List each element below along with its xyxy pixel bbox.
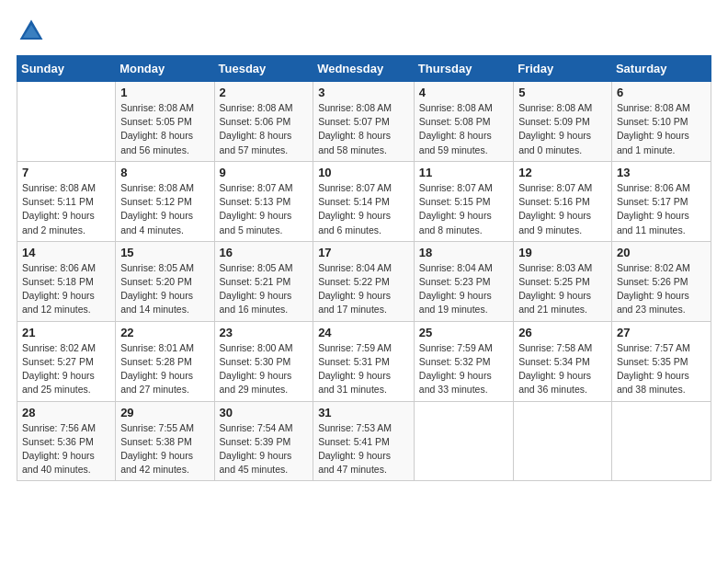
calendar-cell: 15Sunrise: 8:05 AM Sunset: 5:20 PM Dayli…	[116, 241, 214, 321]
weekday-header-thursday: Thursday	[414, 56, 513, 82]
calendar-cell: 24Sunrise: 7:59 AM Sunset: 5:31 PM Dayli…	[313, 321, 415, 401]
calendar-week-5: 28Sunrise: 7:56 AM Sunset: 5:36 PM Dayli…	[17, 401, 711, 481]
calendar-cell: 7Sunrise: 8:08 AM Sunset: 5:11 PM Daylig…	[17, 161, 116, 241]
day-number: 19	[518, 246, 607, 259]
calendar-cell	[514, 401, 612, 481]
header	[17, 17, 711, 46]
day-info: Sunrise: 8:06 AM Sunset: 5:17 PM Dayligh…	[617, 181, 706, 237]
day-number: 15	[120, 246, 209, 259]
weekday-header-saturday: Saturday	[611, 56, 711, 82]
day-number: 1	[120, 86, 209, 99]
day-number: 17	[318, 246, 409, 259]
calendar-cell: 9Sunrise: 8:07 AM Sunset: 5:13 PM Daylig…	[214, 161, 313, 241]
calendar-cell: 26Sunrise: 7:58 AM Sunset: 5:34 PM Dayli…	[514, 321, 612, 401]
day-info: Sunrise: 7:55 AM Sunset: 5:38 PM Dayligh…	[120, 421, 209, 477]
calendar-cell: 11Sunrise: 8:07 AM Sunset: 5:15 PM Dayli…	[414, 161, 513, 241]
day-info: Sunrise: 8:02 AM Sunset: 5:26 PM Dayligh…	[617, 261, 706, 317]
calendar-cell: 14Sunrise: 8:06 AM Sunset: 5:18 PM Dayli…	[17, 241, 116, 321]
day-info: Sunrise: 7:57 AM Sunset: 5:35 PM Dayligh…	[617, 341, 706, 397]
logo-icon	[17, 17, 46, 46]
calendar-cell: 18Sunrise: 8:04 AM Sunset: 5:23 PM Dayli…	[414, 241, 513, 321]
calendar-cell: 13Sunrise: 8:06 AM Sunset: 5:17 PM Dayli…	[611, 161, 711, 241]
calendar-cell: 23Sunrise: 8:00 AM Sunset: 5:30 PM Dayli…	[214, 321, 313, 401]
day-number: 8	[120, 166, 209, 179]
day-number: 2	[220, 86, 309, 99]
calendar-cell: 12Sunrise: 8:07 AM Sunset: 5:16 PM Dayli…	[514, 161, 612, 241]
calendar-body: 1Sunrise: 8:08 AM Sunset: 5:05 PM Daylig…	[17, 82, 711, 481]
calendar-cell: 4Sunrise: 8:08 AM Sunset: 5:08 PM Daylig…	[414, 82, 513, 162]
calendar-cell: 6Sunrise: 8:08 AM Sunset: 5:10 PM Daylig…	[611, 82, 711, 162]
day-number: 27	[617, 326, 706, 339]
day-info: Sunrise: 8:05 AM Sunset: 5:21 PM Dayligh…	[220, 261, 309, 317]
day-number: 18	[419, 246, 508, 259]
day-number: 12	[518, 166, 607, 179]
day-info: Sunrise: 7:59 AM Sunset: 5:31 PM Dayligh…	[318, 341, 409, 397]
day-number: 11	[419, 166, 508, 179]
calendar-cell: 19Sunrise: 8:03 AM Sunset: 5:25 PM Dayli…	[514, 241, 612, 321]
day-info: Sunrise: 8:08 AM Sunset: 5:05 PM Dayligh…	[120, 101, 209, 157]
calendar-cell: 5Sunrise: 8:08 AM Sunset: 5:09 PM Daylig…	[514, 82, 612, 162]
day-number: 29	[120, 406, 209, 419]
day-info: Sunrise: 7:54 AM Sunset: 5:39 PM Dayligh…	[220, 421, 309, 477]
calendar-week-2: 7Sunrise: 8:08 AM Sunset: 5:11 PM Daylig…	[17, 161, 711, 241]
calendar-cell: 28Sunrise: 7:56 AM Sunset: 5:36 PM Dayli…	[17, 401, 116, 481]
calendar-cell: 3Sunrise: 8:08 AM Sunset: 5:07 PM Daylig…	[313, 82, 415, 162]
day-info: Sunrise: 8:02 AM Sunset: 5:27 PM Dayligh…	[22, 341, 110, 397]
calendar-cell: 16Sunrise: 8:05 AM Sunset: 5:21 PM Dayli…	[214, 241, 313, 321]
calendar-cell: 22Sunrise: 8:01 AM Sunset: 5:28 PM Dayli…	[116, 321, 214, 401]
day-info: Sunrise: 8:07 AM Sunset: 5:15 PM Dayligh…	[419, 181, 508, 237]
logo	[17, 17, 50, 46]
day-info: Sunrise: 8:00 AM Sunset: 5:30 PM Dayligh…	[220, 341, 309, 397]
calendar-cell: 25Sunrise: 7:59 AM Sunset: 5:32 PM Dayli…	[414, 321, 513, 401]
day-info: Sunrise: 8:08 AM Sunset: 5:09 PM Dayligh…	[518, 101, 607, 157]
day-info: Sunrise: 7:56 AM Sunset: 5:36 PM Dayligh…	[22, 421, 110, 477]
day-number: 9	[220, 166, 309, 179]
day-number: 14	[22, 246, 110, 259]
calendar-cell: 17Sunrise: 8:04 AM Sunset: 5:22 PM Dayli…	[313, 241, 415, 321]
day-number: 7	[22, 166, 110, 179]
calendar-cell: 10Sunrise: 8:07 AM Sunset: 5:14 PM Dayli…	[313, 161, 415, 241]
day-info: Sunrise: 8:07 AM Sunset: 5:13 PM Dayligh…	[220, 181, 309, 237]
weekday-header-sunday: Sunday	[17, 56, 116, 82]
calendar-cell: 21Sunrise: 8:02 AM Sunset: 5:27 PM Dayli…	[17, 321, 116, 401]
day-number: 23	[220, 326, 309, 339]
calendar-week-4: 21Sunrise: 8:02 AM Sunset: 5:27 PM Dayli…	[17, 321, 711, 401]
day-info: Sunrise: 8:03 AM Sunset: 5:25 PM Dayligh…	[518, 261, 607, 317]
day-info: Sunrise: 8:08 AM Sunset: 5:08 PM Dayligh…	[419, 101, 508, 157]
day-info: Sunrise: 8:08 AM Sunset: 5:10 PM Dayligh…	[617, 101, 706, 157]
day-info: Sunrise: 7:59 AM Sunset: 5:32 PM Dayligh…	[419, 341, 508, 397]
day-info: Sunrise: 8:08 AM Sunset: 5:12 PM Dayligh…	[120, 181, 209, 237]
page: SundayMondayTuesdayWednesdayThursdayFrid…	[0, 0, 728, 563]
day-number: 26	[518, 326, 607, 339]
day-number: 16	[220, 246, 309, 259]
day-number: 31	[318, 406, 409, 419]
calendar-cell	[611, 401, 711, 481]
day-info: Sunrise: 8:04 AM Sunset: 5:22 PM Dayligh…	[318, 261, 409, 317]
calendar-cell: 31Sunrise: 7:53 AM Sunset: 5:41 PM Dayli…	[313, 401, 415, 481]
day-number: 13	[617, 166, 706, 179]
calendar-cell: 1Sunrise: 8:08 AM Sunset: 5:05 PM Daylig…	[116, 82, 214, 162]
day-info: Sunrise: 8:08 AM Sunset: 5:06 PM Dayligh…	[220, 101, 309, 157]
day-number: 30	[220, 406, 309, 419]
day-info: Sunrise: 8:08 AM Sunset: 5:11 PM Dayligh…	[22, 181, 110, 237]
day-info: Sunrise: 7:53 AM Sunset: 5:41 PM Dayligh…	[318, 421, 409, 477]
day-number: 24	[318, 326, 409, 339]
calendar-cell: 27Sunrise: 7:57 AM Sunset: 5:35 PM Dayli…	[611, 321, 711, 401]
day-info: Sunrise: 7:58 AM Sunset: 5:34 PM Dayligh…	[518, 341, 607, 397]
calendar-week-3: 14Sunrise: 8:06 AM Sunset: 5:18 PM Dayli…	[17, 241, 711, 321]
day-info: Sunrise: 8:08 AM Sunset: 5:07 PM Dayligh…	[318, 101, 409, 157]
day-number: 25	[419, 326, 508, 339]
weekday-header-friday: Friday	[514, 56, 612, 82]
weekday-header-wednesday: Wednesday	[313, 56, 415, 82]
day-info: Sunrise: 8:06 AM Sunset: 5:18 PM Dayligh…	[22, 261, 110, 317]
calendar-cell: 20Sunrise: 8:02 AM Sunset: 5:26 PM Dayli…	[611, 241, 711, 321]
day-number: 22	[120, 326, 209, 339]
weekday-header-monday: Monday	[116, 56, 214, 82]
calendar-cell: 30Sunrise: 7:54 AM Sunset: 5:39 PM Dayli…	[214, 401, 313, 481]
day-number: 4	[419, 86, 508, 99]
calendar-table: SundayMondayTuesdayWednesdayThursdayFrid…	[17, 55, 711, 481]
day-info: Sunrise: 8:07 AM Sunset: 5:14 PM Dayligh…	[318, 181, 409, 237]
day-number: 20	[617, 246, 706, 259]
day-number: 10	[318, 166, 409, 179]
day-info: Sunrise: 8:04 AM Sunset: 5:23 PM Dayligh…	[419, 261, 508, 317]
